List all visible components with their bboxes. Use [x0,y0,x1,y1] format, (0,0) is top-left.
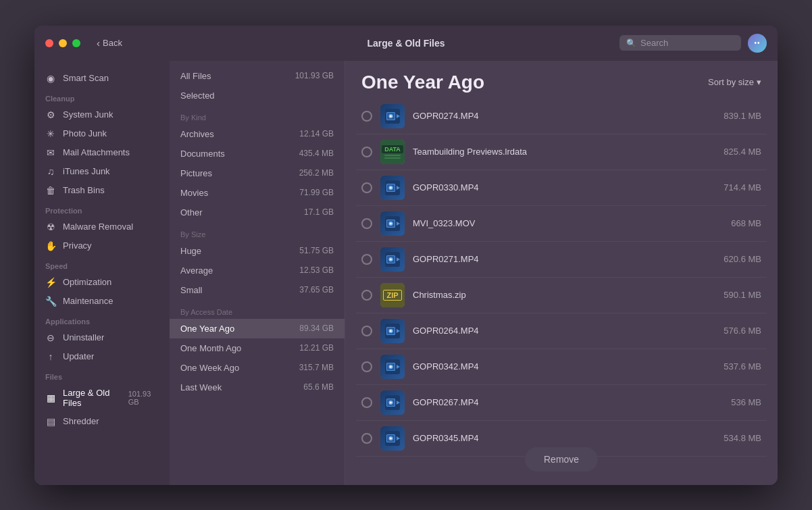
sidebar-item-uninstaller[interactable]: ⊖ Uninstaller [34,328,170,347]
sidebar-label-trash-bins: Trash Bins [63,185,105,195]
table-row[interactable]: ZIP Christmas.zip 590.1 MB [356,278,767,313]
sidebar-section-applications: Applications [34,311,170,328]
sidebar-item-photo-junk[interactable]: ✳ Photo Junk [34,124,170,143]
table-row[interactable]: GOPR0342.MP4 537.6 MB [356,349,767,385]
table-row[interactable]: GOPR0271.MP4 620.6 MB [356,242,767,278]
system-junk-icon: ⚙ [45,109,56,120]
filter-one-year-ago[interactable]: One Year Ago 89.34 GB [170,319,345,338]
filter-pictures[interactable]: Pictures 256.2 MB [170,163,345,183]
close-button[interactable] [45,39,53,47]
filter-selected[interactable]: Selected [170,86,345,105]
filter-small[interactable]: Small 37.65 GB [170,280,345,300]
search-bar[interactable]: 🔍 [619,35,741,51]
sidebar-item-itunes-junk[interactable]: ♫ iTunes Junk [34,162,170,181]
filter-pictures-size: 256.2 MB [299,168,334,178]
file-size: 537.6 MB [707,361,761,372]
privacy-icon: ✋ [45,240,56,251]
filter-huge[interactable]: Huge 51.75 GB [170,241,345,261]
filter-documents-size: 435.4 MB [299,149,334,158]
titlebar-right: 🔍 •• [619,34,767,53]
filter-one-month-ago[interactable]: One Month Ago 12.21 GB [170,338,345,358]
filter-documents[interactable]: Documents 435.4 MB [170,144,345,163]
table-row[interactable]: GOPR0274.MP4 839.1 MB [356,99,767,134]
sidebar-item-privacy[interactable]: ✋ Privacy [34,236,170,255]
filter-archives[interactable]: Archives 12.14 GB [170,124,345,144]
maximize-button[interactable] [72,39,80,47]
sidebar-label-photo-junk: Photo Junk [63,128,107,138]
table-row[interactable]: DATA Teambuilding Previews.lrdata 825.4 … [356,134,767,170]
sidebar-item-maintenance[interactable]: 🔧 Maintenance [34,292,170,311]
table-row[interactable]: MVI_0323.MOV 668 MB [356,206,767,242]
file-checkbox[interactable] [361,254,372,265]
file-size: 825.4 MB [707,147,761,157]
sidebar-item-optimization[interactable]: ⚡ Optimization [34,273,170,292]
sidebar-label-privacy: Privacy [63,240,92,251]
file-checkbox[interactable] [361,111,372,122]
search-input[interactable] [640,38,734,48]
filter-all-files[interactable]: All Files 101.93 GB [170,66,345,86]
table-row[interactable]: GOPR0264.MP4 576.6 MB [356,313,767,349]
sidebar-item-shredder[interactable]: ▤ Shredder [34,412,170,431]
sidebar-label-maintenance: Maintenance [63,296,113,306]
table-row[interactable]: GOPR0267.MP4 536 MB [356,385,767,421]
back-button[interactable]: ‹ Back [97,37,122,49]
file-checkbox[interactable] [361,290,372,301]
back-label: Back [103,38,122,48]
file-icon [380,247,405,272]
filter-one-week-ago-label: One Week Ago [180,363,239,373]
remove-button[interactable]: Remove [525,447,598,471]
filter-last-week-label: Last Week [180,382,222,392]
file-name: GOPR0264.MP4 [413,326,699,336]
file-icon [380,390,405,415]
malware-icon: ☢ [45,222,56,232]
sidebar-item-smart-scan[interactable]: ◉ Smart Scan [34,69,170,88]
large-old-files-badge: 101.93 GB [128,390,159,406]
file-checkbox[interactable] [361,147,372,157]
filter-documents-label: Documents [180,149,225,159]
file-name: MVI_0323.MOV [413,218,699,228]
file-checkbox[interactable] [361,218,372,229]
file-size: 576.6 MB [707,326,761,336]
avatar-button[interactable]: •• [748,34,767,53]
file-checkbox[interactable] [361,326,372,336]
main-header: One Year Ago Sort by size ▾ [345,61,778,99]
filter-average-size: 12.53 GB [299,265,334,275]
sidebar-label-system-junk: System Junk [63,109,113,120]
file-checkbox[interactable] [361,361,372,372]
trash-icon: 🗑 [45,185,56,196]
chevron-left-icon: ‹ [97,37,100,49]
sidebar-item-updater[interactable]: ↑ Updater [34,347,170,366]
file-checkbox[interactable] [361,397,372,408]
filter-average[interactable]: Average 12.53 GB [170,261,345,280]
file-size: 620.6 MB [707,254,761,264]
sidebar-item-mail-attachments[interactable]: ✉ Mail Attachments [34,143,170,162]
filter-other[interactable]: Other 17.1 GB [170,203,345,222]
filter-panel: All Files 101.93 GB Selected By Kind Arc… [170,61,345,485]
sidebar-label-malware-removal: Malware Removal [63,222,133,232]
shredder-icon: ▤ [45,416,56,427]
filter-one-week-ago[interactable]: One Week Ago 315.7 MB [170,358,345,378]
sidebar-item-trash-bins[interactable]: 🗑 Trash Bins [34,181,170,200]
file-icon [380,355,405,379]
search-icon: 🔍 [626,39,636,48]
sidebar-item-system-junk[interactable]: ⚙ System Junk [34,105,170,124]
app-window: ‹ Back Large & Old Files 🔍 •• ◉ Smart Sc… [34,26,778,485]
filter-last-week[interactable]: Last Week 65.6 MB [170,378,345,397]
main-panel: One Year Ago Sort by size ▾ GOPR0274.MP4… [345,61,778,485]
table-row[interactable]: GOPR0330.MP4 714.4 MB [356,170,767,206]
sidebar-section-cleanup: Cleanup [34,88,170,105]
minimize-button[interactable] [59,39,67,47]
file-checkbox[interactable] [361,182,372,193]
file-size: 668 MB [707,218,761,228]
sort-label: Sort by size [708,77,754,87]
filter-one-year-ago-size: 89.34 GB [299,324,334,333]
filter-movies[interactable]: Movies 71.99 GB [170,183,345,203]
filter-one-year-ago-label: One Year Ago [180,324,234,334]
file-checkbox[interactable] [361,433,372,444]
filter-archives-label: Archives [180,129,214,139]
file-size: 839.1 MB [707,111,761,121]
sort-button[interactable]: Sort by size ▾ [708,77,761,87]
sidebar-item-large-old-files[interactable]: ▦ Large & Old Files 101.93 GB [34,384,170,412]
filter-all-files-label: All Files [180,71,211,81]
sidebar-item-malware-removal[interactable]: ☢ Malware Removal [34,218,170,236]
